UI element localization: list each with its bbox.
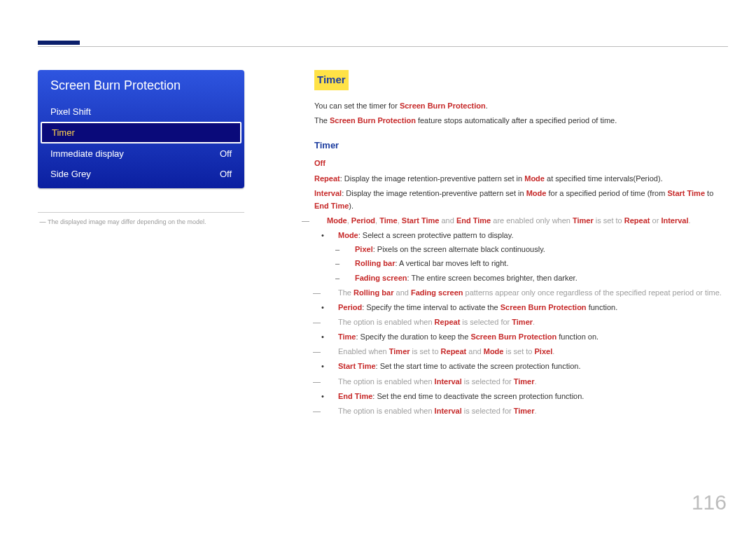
period-bullet: Period: Specify the time interval to act…: [314, 301, 728, 314]
osd-menu-panel: Screen Burn Protection Pixel Shift Timer…: [38, 70, 244, 188]
repeat-line: Repeat: Display the image retention-prev…: [314, 172, 728, 185]
start-time-bullet: Start Time: Set the start time to activa…: [314, 360, 728, 372]
intro-line-1: You can set the timer for Screen Burn Pr…: [314, 99, 728, 112]
menu-item-label: Timer: [52, 127, 75, 138]
header-accent-bar: [38, 41, 80, 45]
page-content: Screen Burn Protection Pixel Shift Timer…: [38, 70, 728, 417]
menu-item-value: Off: [220, 169, 232, 179]
period-note: ―The option is enabled when Repeat is se…: [314, 316, 728, 328]
off-label: Off: [314, 157, 728, 169]
section-heading-timer: Timer: [314, 70, 349, 90]
left-column: Screen Burn Protection Pixel Shift Timer…: [38, 70, 279, 417]
sub-heading-timer: Timer: [314, 138, 728, 153]
image-caption: ―The displayed image may differ dependin…: [38, 218, 279, 225]
page-number: 116: [692, 491, 727, 514]
menu-item-label: Pixel Shift: [50, 106, 91, 117]
end-time-bullet: End Time: Set the end time to deactivate…: [314, 390, 728, 402]
header-rule: [38, 46, 728, 47]
menu-item-pixel-shift[interactable]: Pixel Shift: [38, 101, 244, 122]
end-time-note: ―The option is enabled when Interval is …: [314, 405, 728, 417]
time-note: ―Enabled when Timer is set to Repeat and…: [314, 345, 728, 358]
pattern-once-note: ―The Rolling bar and Fading screen patte…: [314, 286, 728, 299]
menu-item-immediate-display[interactable]: Immediate display Off: [38, 143, 244, 164]
rolling-sub-bullet: Rolling bar: A vertical bar moves left t…: [314, 257, 728, 269]
pixel-sub-bullet: Pixel: Pixels on the screen alternate bl…: [314, 243, 728, 255]
menu-item-value: Off: [220, 148, 232, 159]
right-column: Timer You can set the timer for Screen B…: [279, 70, 728, 417]
caption-rule: [38, 212, 244, 213]
mode-bullet: Mode: Select a screen protective pattern…: [314, 229, 728, 241]
note-enabled-when: ―Mode, Period, Time, Start Time and End …: [314, 214, 728, 227]
intro-line-2: The Screen Burn Protection feature stops…: [314, 114, 728, 127]
menu-item-label: Immediate display: [50, 148, 124, 159]
time-bullet: Time: Specify the duration to keep the S…: [314, 330, 728, 343]
start-time-note: ―The option is enabled when Interval is …: [314, 375, 728, 388]
menu-item-label: Side Grey: [50, 169, 91, 179]
menu-item-side-grey[interactable]: Side Grey Off: [38, 164, 244, 184]
menu-title: Screen Burn Protection: [38, 70, 244, 101]
interval-line: Interval: Display the image retention-pr…: [314, 187, 728, 212]
fading-sub-bullet: Fading screen: The entire screen becomes…: [314, 272, 728, 284]
menu-item-timer[interactable]: Timer: [41, 122, 241, 143]
